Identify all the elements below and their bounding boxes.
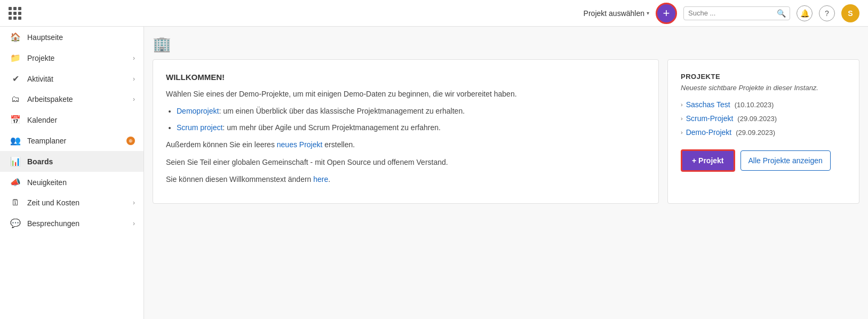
project-link[interactable]: Demo-Projekt (686, 128, 732, 137)
scrum-project-link[interactable]: Scrum project (177, 123, 222, 132)
project-date: (29.09.2023) (736, 129, 775, 137)
neuigkeiten-icon: 📣 (10, 177, 21, 187)
chevron-down-icon: ▾ (647, 10, 649, 16)
projects-subtitle: Neueste sichtbare Projekte in dieser Ins… (681, 84, 846, 92)
boards-icon: 📊 (10, 156, 21, 166)
sidebar-label-besprechungen: Besprechungen (27, 219, 126, 228)
hauptseite-icon: 🏠 (10, 32, 21, 42)
projekt-select[interactable]: Projekt auswählen ▾ (584, 9, 649, 18)
notifications-bell[interactable]: 🔔 (797, 5, 813, 21)
bullet-1: Demoprojekt: um einen Überblick über das… (177, 105, 646, 117)
arrow-projekte: › (133, 54, 135, 62)
arbeitspakete-icon: 🗂 (10, 94, 21, 104)
welcome-card: WILLKOMMEN! Wählen Sie eines der Demo-Pr… (153, 59, 659, 204)
top-nav-left (9, 7, 21, 20)
aktivitat-icon: ✔ (10, 74, 21, 84)
project-chevron-icon: › (681, 129, 683, 135)
welcome-title: WILLKOMMEN! (166, 73, 646, 82)
kalender-icon: 📅 (10, 115, 21, 125)
bullet-2: Scrum project: um mehr über Agile und Sc… (177, 122, 646, 133)
sidebar: 🏠Hauptseite📁Projekte›✔Aktivität›🗂Arbeits… (0, 27, 144, 319)
project-item: ›Saschas Test (10.10.2023) (681, 100, 846, 109)
projects-panel: PROJEKTE Neueste sichtbare Projekte in d… (667, 59, 859, 204)
project-chevron-icon: › (681, 115, 683, 122)
sidebar-item-arbeitspakete[interactable]: 🗂Arbeitspakete› (0, 89, 144, 109)
layout: 🏠Hauptseite📁Projekte›✔Aktivität›🗂Arbeits… (0, 27, 868, 319)
project-date: (29.09.2023) (737, 115, 777, 123)
demoprojekt-link[interactable]: Demoprojekt (177, 107, 219, 115)
projects-title: PROJEKTE (681, 73, 846, 81)
welcome-line3: Außerdem können Sie ein leeres neues Pro… (166, 139, 646, 150)
sidebar-item-kalender[interactable]: 📅Kalender (0, 109, 144, 130)
search-bar: 🔍 (683, 6, 790, 20)
arrow-besprechungen: › (133, 220, 135, 227)
search-icon: 🔍 (777, 9, 786, 18)
search-input[interactable] (688, 9, 774, 17)
sidebar-item-teamplaner[interactable]: 👥Teamplaner⊕ (0, 130, 144, 151)
grid-icon[interactable] (9, 7, 21, 20)
welcome-line4: Seien Sie Teil einer globalen Gemeinscha… (166, 156, 646, 168)
sidebar-label-aktivitat: Aktivität (27, 75, 126, 83)
project-link[interactable]: Scrum-Projekt (686, 114, 734, 123)
project-chevron-icon: › (681, 101, 683, 108)
project-link[interactable]: Saschas Test (686, 100, 730, 109)
sidebar-item-neuigkeiten[interactable]: 📣Neuigkeiten (0, 172, 144, 193)
sidebar-label-kalender: Kalender (27, 116, 135, 124)
content-grid: WILLKOMMEN! Wählen Sie eines der Demo-Pr… (153, 59, 859, 204)
sidebar-label-neuigkeiten: Neuigkeiten (27, 178, 135, 187)
avatar[interactable]: S (841, 4, 859, 22)
neues-projekt-link[interactable]: neues Projekt (277, 140, 323, 149)
arrow-zeit-und-kosten: › (133, 199, 135, 206)
besprechungen-icon: 💬 (10, 218, 21, 228)
projekt-select-label: Projekt auswählen (584, 9, 644, 18)
top-nav-right: Projekt auswählen ▾ + 🔍 🔔 ? S (584, 3, 859, 24)
sidebar-label-zeit-und-kosten: Zeit und Kosten (27, 198, 126, 207)
here-link[interactable]: here (313, 175, 328, 184)
show-all-projects-button[interactable]: Alle Projekte anzeigen (740, 150, 831, 171)
sidebar-label-projekte: Projekte (27, 54, 126, 62)
top-nav: Projekt auswählen ▾ + 🔍 🔔 ? S (0, 0, 868, 27)
project-item: ›Demo-Projekt (29.09.2023) (681, 128, 846, 137)
sidebar-label-hauptseite: Hauptseite (27, 33, 135, 42)
sidebar-label-arbeitspakete: Arbeitspakete (27, 95, 126, 103)
badge-teamplaner: ⊕ (126, 137, 135, 145)
arrow-aktivitat: › (133, 75, 135, 83)
projekte-icon: 📁 (10, 53, 21, 63)
arrow-arbeitspakete: › (133, 95, 135, 103)
main-content: 🏢 WILLKOMMEN! Wählen Sie eines der Demo-… (144, 27, 868, 319)
add-project-button[interactable]: + Projekt (681, 149, 735, 172)
sidebar-item-zeit-und-kosten[interactable]: 🗓Zeit und Kosten› (0, 193, 144, 213)
sidebar-item-besprechungen[interactable]: 💬Besprechungen› (0, 213, 144, 234)
welcome-intro: Wählen Sie eines der Demo-Projekte, um m… (166, 88, 646, 100)
teamplaner-icon: 👥 (10, 135, 21, 146)
project-item: ›Scrum-Projekt (29.09.2023) (681, 114, 846, 123)
sidebar-item-boards[interactable]: 📊Boards (0, 151, 144, 172)
sidebar-item-projekte[interactable]: 📁Projekte› (0, 47, 144, 68)
sidebar-item-aktivitat[interactable]: ✔Aktivität› (0, 68, 144, 89)
sidebar-label-teamplaner: Teamplaner (27, 137, 118, 145)
projects-actions: + Projekt Alle Projekte anzeigen (681, 149, 846, 172)
welcome-line5: Sie können diesen Willkommenstext ändern… (166, 173, 646, 185)
create-plus-button[interactable]: + (656, 3, 677, 24)
welcome-bullets: Demoprojekt: um einen Überblick über das… (166, 105, 646, 133)
zeit-und-kosten-icon: 🗓 (10, 198, 21, 208)
help-icon[interactable]: ? (819, 5, 835, 21)
sidebar-item-hauptseite[interactable]: 🏠Hauptseite (0, 27, 144, 47)
project-date: (10.10.2023) (735, 101, 774, 109)
project-list: ›Saschas Test (10.10.2023)›Scrum-Projekt… (681, 100, 846, 137)
page-icon: 🏢 (153, 35, 859, 53)
sidebar-label-boards: Boards (27, 157, 135, 166)
